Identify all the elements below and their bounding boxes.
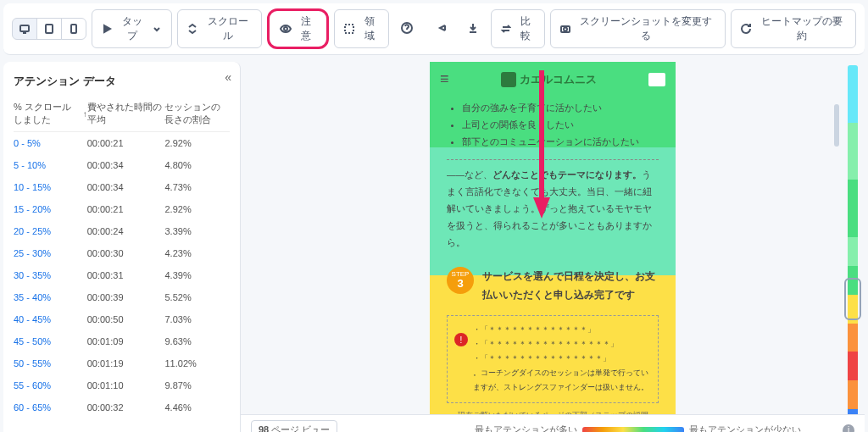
heatmap-summary-label: ヒートマップの要約 <box>756 14 847 43</box>
table-row[interactable]: 60 - 65%00:00:324.46% <box>14 396 230 418</box>
heatmap-legend: 最もアテンションが多い 最もアテンションが少ない <box>475 424 801 432</box>
heatmap-minimap[interactable] <box>848 65 858 414</box>
mail-icon <box>648 73 665 86</box>
heatmap-viewer: ≡ カエルコムニス 自分の強みを子育てに活かしたい上司との関係を良くしたい部下と… <box>241 62 865 432</box>
minimap-segment <box>848 208 858 237</box>
share-button[interactable] <box>430 18 455 41</box>
collapse-sidebar-button[interactable]: « <box>225 70 231 84</box>
cell-pct: 2.92% <box>164 138 230 148</box>
preview-footer-text: 現在ご覧いただいているページの下部（ステップの説明 <box>447 408 659 414</box>
cell-time: 00:00:34 <box>87 182 165 192</box>
cell-time: 00:00:21 <box>87 138 165 148</box>
compare-button[interactable]: 比較 <box>491 9 546 48</box>
minimap-segment <box>848 324 858 352</box>
cell-time: 00:00:50 <box>87 314 165 324</box>
cell-time: 00:00:31 <box>87 270 165 280</box>
attention-label: 注意 <box>296 14 316 43</box>
area-button[interactable]: 領域 <box>334 9 389 48</box>
divider: ――など、どんなことでもテーマになります。うまく言語化できなくても大丈夫。当日、… <box>447 159 659 252</box>
cell-time: 00:00:21 <box>87 204 165 214</box>
minimap-segment <box>848 409 858 414</box>
mobile-icon <box>68 23 80 35</box>
table-row[interactable]: 10 - 15%00:00:344.73% <box>14 176 230 198</box>
table-row[interactable]: 45 - 50%00:01:099.63% <box>14 330 230 352</box>
device-desktop-button[interactable] <box>12 18 37 40</box>
attention-button[interactable]: 注意 <box>267 8 329 49</box>
cell-pct: 4.46% <box>164 402 230 413</box>
table-row[interactable]: 5 - 10%00:00:344.80% <box>14 154 230 176</box>
device-mobile-button[interactable] <box>61 18 86 40</box>
brand-logo-icon <box>501 72 516 87</box>
cell-range: 10 - 15% <box>14 182 87 192</box>
help-icon <box>401 22 413 34</box>
legend-most-label: 最もアテンションが多い <box>475 424 577 432</box>
area-label: 領域 <box>359 14 380 43</box>
col-avg-time[interactable]: 費やされた時間の平均 <box>87 101 165 126</box>
help-button[interactable] <box>394 18 420 41</box>
bullet-item: 部下とのコミュニケーションに活かしたい <box>462 134 659 151</box>
cell-pct: 5.52% <box>164 292 230 302</box>
info-icon[interactable]: i <box>843 424 854 433</box>
minimap-viewport-indicator[interactable] <box>844 278 861 320</box>
cell-range: 60 - 65% <box>14 402 87 413</box>
table-row[interactable]: 20 - 25%00:00:243.39% <box>14 220 230 242</box>
cell-range: 30 - 35% <box>14 270 87 280</box>
cell-range: 15 - 20% <box>14 204 87 214</box>
col-session-pct[interactable]: セッションの長さの割合 <box>164 101 230 126</box>
preview-header: ≡ カエルコムニス <box>430 62 676 97</box>
cell-time: 00:00:30 <box>87 248 165 258</box>
change-screenshot-button[interactable]: スクリーンショットを変更する <box>550 9 726 48</box>
mobile-preview: ≡ カエルコムニス 自分の強みを子育てに活かしたい上司との関係を良くしたい部下と… <box>430 62 676 414</box>
refresh-icon <box>740 23 752 35</box>
table-row[interactable]: 50 - 55%00:01:1911.02% <box>14 352 230 374</box>
device-tablet-button[interactable] <box>36 18 62 40</box>
cell-pct: 4.73% <box>164 182 230 192</box>
cell-range: 25 - 30% <box>14 248 87 258</box>
svg-rect-2 <box>71 25 76 33</box>
device-toggle-group <box>12 18 86 40</box>
scroll-button[interactable]: スクロール <box>177 9 262 48</box>
svg-rect-1 <box>46 25 53 33</box>
cell-pct: 7.03% <box>164 314 230 324</box>
tap-label: タップ <box>117 14 147 43</box>
download-button[interactable] <box>460 18 486 41</box>
heatmap-summary-button[interactable]: ヒートマップの要約 <box>731 9 856 48</box>
scrollbar[interactable] <box>834 70 839 414</box>
cell-time: 00:00:24 <box>87 226 165 236</box>
table-row[interactable]: 40 - 45%00:00:507.03% <box>14 308 230 330</box>
cell-time: 00:01:10 <box>87 380 165 390</box>
eye-icon <box>280 23 292 35</box>
minimap-segment <box>848 237 858 266</box>
area-icon <box>343 23 355 35</box>
cell-range: 0 - 5% <box>14 138 87 148</box>
play-icon <box>101 23 113 35</box>
table-row[interactable]: 15 - 20%00:00:212.92% <box>14 198 230 220</box>
scroll-label: スクロール <box>203 14 253 43</box>
col-scroll-pct[interactable]: % スクロールしました↑ <box>14 101 87 126</box>
warning-icon: ! <box>454 333 468 346</box>
cell-range: 45 - 50% <box>14 336 87 346</box>
svg-rect-0 <box>20 25 29 31</box>
cell-time: 00:00:34 <box>87 160 165 170</box>
note-box: ! ・「＊＊＊＊＊＊＊＊＊＊＊＊＊」 ・「＊＊＊＊＊＊＊＊＊＊＊＊＊＊＊＊」 ・… <box>447 315 659 402</box>
step-badge: STEP3 <box>447 267 474 294</box>
compare-label: 比較 <box>515 14 536 43</box>
minimap-segment <box>848 180 858 208</box>
swap-icon <box>500 23 512 35</box>
table-row[interactable]: 35 - 40%00:00:395.52% <box>14 286 230 308</box>
preview-body: 自分の強みを子育てに活かしたい上司との関係を良くしたい部下とのコミュニケーション… <box>430 97 676 414</box>
chevron-down-icon <box>151 23 163 35</box>
cell-time: 00:00:32 <box>87 402 165 413</box>
camera-icon <box>559 23 571 35</box>
table-row[interactable]: 25 - 30%00:00:304.23% <box>14 242 230 264</box>
cell-pct: 3.39% <box>164 226 230 236</box>
cell-range: 55 - 60% <box>14 380 87 390</box>
table-row[interactable]: 0 - 5%00:00:212.92% <box>14 132 230 154</box>
cell-pct: 4.80% <box>164 160 230 170</box>
minimap-segment <box>848 380 858 409</box>
tap-button[interactable]: タップ <box>92 9 172 48</box>
table-row[interactable]: 55 - 60%00:01:109.87% <box>14 374 230 396</box>
cell-pct: 2.92% <box>164 204 230 214</box>
minimap-segment <box>848 352 858 380</box>
table-row[interactable]: 30 - 35%00:00:314.39% <box>14 264 230 286</box>
